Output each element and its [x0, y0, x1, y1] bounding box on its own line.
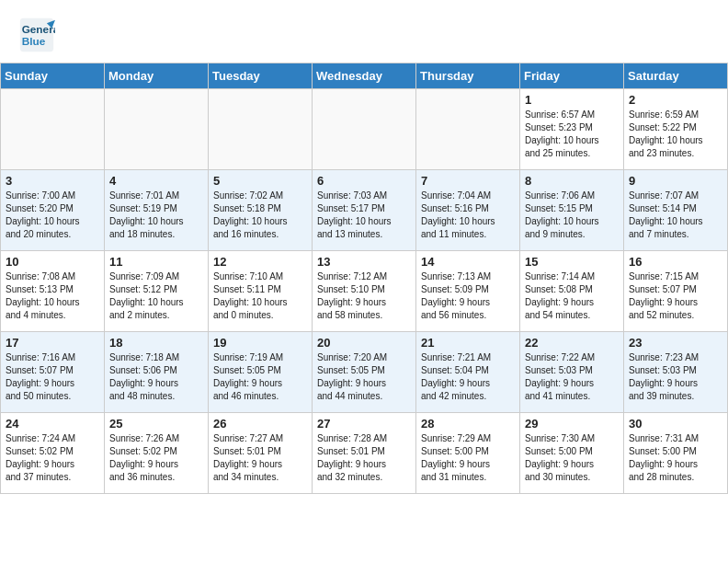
day-number: 11	[109, 255, 203, 269]
day-info: Sunrise: 7:12 AM Sunset: 5:10 PM Dayligh…	[317, 270, 411, 322]
day-number: 21	[421, 336, 515, 350]
week-row-0: 1Sunrise: 6:57 AM Sunset: 5:23 PM Daylig…	[1, 89, 728, 170]
day-info: Sunrise: 7:22 AM Sunset: 5:03 PM Dayligh…	[525, 351, 619, 403]
day-number: 10	[6, 255, 99, 269]
day-number: 9	[629, 174, 722, 188]
day-number: 14	[421, 255, 515, 269]
day-cell: 25Sunrise: 7:26 AM Sunset: 5:02 PM Dayli…	[105, 413, 209, 494]
calendar-body: 1Sunrise: 6:57 AM Sunset: 5:23 PM Daylig…	[1, 89, 728, 494]
day-info: Sunrise: 7:03 AM Sunset: 5:17 PM Dayligh…	[317, 190, 411, 241]
day-info: Sunrise: 6:57 AM Sunset: 5:23 PM Dayligh…	[525, 109, 619, 160]
day-number: 29	[525, 417, 619, 431]
day-number: 12	[213, 255, 307, 269]
day-number: 25	[109, 417, 203, 431]
day-number: 17	[6, 336, 99, 350]
weekday-header-sunday: Sunday	[1, 63, 105, 89]
weekday-header-monday: Monday	[105, 63, 209, 89]
logo-icon: General Blue	[18, 17, 55, 53]
day-number: 3	[6, 174, 99, 188]
day-number: 7	[421, 174, 515, 188]
day-number: 20	[317, 336, 411, 350]
day-info: Sunrise: 7:07 AM Sunset: 5:14 PM Dayligh…	[629, 190, 722, 241]
calendar-table: SundayMondayTuesdayWednesdayThursdayFrid…	[0, 63, 728, 494]
day-cell	[313, 89, 416, 170]
day-cell: 9Sunrise: 7:07 AM Sunset: 5:14 PM Daylig…	[624, 170, 728, 251]
day-cell: 12Sunrise: 7:10 AM Sunset: 5:11 PM Dayli…	[209, 251, 313, 332]
day-cell: 19Sunrise: 7:19 AM Sunset: 5:05 PM Dayli…	[209, 332, 313, 413]
day-info: Sunrise: 7:31 AM Sunset: 5:00 PM Dayligh…	[629, 432, 722, 484]
day-info: Sunrise: 7:02 AM Sunset: 5:18 PM Dayligh…	[213, 190, 307, 241]
day-number: 13	[317, 255, 411, 269]
day-cell	[209, 89, 313, 170]
day-number: 18	[109, 336, 203, 350]
day-cell: 6Sunrise: 7:03 AM Sunset: 5:17 PM Daylig…	[313, 170, 416, 251]
logo: General Blue	[18, 17, 59, 53]
week-row-4: 24Sunrise: 7:24 AM Sunset: 5:02 PM Dayli…	[1, 413, 728, 494]
day-number: 24	[6, 417, 99, 431]
day-number: 4	[109, 174, 203, 188]
day-info: Sunrise: 7:14 AM Sunset: 5:08 PM Dayligh…	[525, 270, 619, 322]
week-row-3: 17Sunrise: 7:16 AM Sunset: 5:07 PM Dayli…	[1, 332, 728, 413]
day-cell: 27Sunrise: 7:28 AM Sunset: 5:01 PM Dayli…	[313, 413, 416, 494]
day-cell	[105, 89, 209, 170]
day-number: 6	[317, 174, 411, 188]
day-info: Sunrise: 7:29 AM Sunset: 5:00 PM Dayligh…	[421, 432, 515, 484]
day-info: Sunrise: 7:20 AM Sunset: 5:05 PM Dayligh…	[317, 351, 411, 403]
day-number: 2	[629, 93, 722, 107]
day-cell	[1, 89, 105, 170]
day-info: Sunrise: 7:24 AM Sunset: 5:02 PM Dayligh…	[6, 432, 99, 484]
day-cell: 3Sunrise: 7:00 AM Sunset: 5:20 PM Daylig…	[1, 170, 105, 251]
day-number: 30	[629, 417, 722, 431]
day-cell	[416, 89, 520, 170]
day-cell: 22Sunrise: 7:22 AM Sunset: 5:03 PM Dayli…	[520, 332, 624, 413]
day-cell: 11Sunrise: 7:09 AM Sunset: 5:12 PM Dayli…	[105, 251, 209, 332]
day-cell: 15Sunrise: 7:14 AM Sunset: 5:08 PM Dayli…	[520, 251, 624, 332]
day-info: Sunrise: 7:00 AM Sunset: 5:20 PM Dayligh…	[6, 190, 99, 241]
day-number: 27	[317, 417, 411, 431]
weekday-header-thursday: Thursday	[416, 63, 520, 89]
day-cell: 18Sunrise: 7:18 AM Sunset: 5:06 PM Dayli…	[105, 332, 209, 413]
page-header: General Blue	[0, 0, 728, 63]
day-info: Sunrise: 7:10 AM Sunset: 5:11 PM Dayligh…	[213, 270, 307, 322]
day-cell: 23Sunrise: 7:23 AM Sunset: 5:03 PM Dayli…	[624, 332, 728, 413]
day-info: Sunrise: 7:21 AM Sunset: 5:04 PM Dayligh…	[421, 351, 515, 403]
weekday-header-tuesday: Tuesday	[209, 63, 313, 89]
day-cell: 29Sunrise: 7:30 AM Sunset: 5:00 PM Dayli…	[520, 413, 624, 494]
day-info: Sunrise: 7:13 AM Sunset: 5:09 PM Dayligh…	[421, 270, 515, 322]
day-cell: 5Sunrise: 7:02 AM Sunset: 5:18 PM Daylig…	[209, 170, 313, 251]
day-cell: 8Sunrise: 7:06 AM Sunset: 5:15 PM Daylig…	[520, 170, 624, 251]
day-number: 1	[525, 93, 619, 107]
day-cell: 24Sunrise: 7:24 AM Sunset: 5:02 PM Dayli…	[1, 413, 105, 494]
day-info: Sunrise: 7:23 AM Sunset: 5:03 PM Dayligh…	[629, 351, 722, 403]
day-info: Sunrise: 7:06 AM Sunset: 5:15 PM Dayligh…	[525, 190, 619, 241]
weekday-header-saturday: Saturday	[624, 63, 728, 89]
day-cell: 30Sunrise: 7:31 AM Sunset: 5:00 PM Dayli…	[624, 413, 728, 494]
day-info: Sunrise: 7:04 AM Sunset: 5:16 PM Dayligh…	[421, 190, 515, 241]
day-cell: 16Sunrise: 7:15 AM Sunset: 5:07 PM Dayli…	[624, 251, 728, 332]
day-cell: 1Sunrise: 6:57 AM Sunset: 5:23 PM Daylig…	[520, 89, 624, 170]
day-cell: 26Sunrise: 7:27 AM Sunset: 5:01 PM Dayli…	[209, 413, 313, 494]
day-cell: 10Sunrise: 7:08 AM Sunset: 5:13 PM Dayli…	[1, 251, 105, 332]
day-cell: 7Sunrise: 7:04 AM Sunset: 5:16 PM Daylig…	[416, 170, 520, 251]
day-cell: 28Sunrise: 7:29 AM Sunset: 5:00 PM Dayli…	[416, 413, 520, 494]
day-info: Sunrise: 6:59 AM Sunset: 5:22 PM Dayligh…	[629, 109, 722, 160]
day-cell: 2Sunrise: 6:59 AM Sunset: 5:22 PM Daylig…	[624, 89, 728, 170]
week-row-2: 10Sunrise: 7:08 AM Sunset: 5:13 PM Dayli…	[1, 251, 728, 332]
weekday-header-wednesday: Wednesday	[313, 63, 416, 89]
day-info: Sunrise: 7:15 AM Sunset: 5:07 PM Dayligh…	[629, 270, 722, 322]
day-info: Sunrise: 7:18 AM Sunset: 5:06 PM Dayligh…	[109, 351, 203, 403]
day-info: Sunrise: 7:09 AM Sunset: 5:12 PM Dayligh…	[109, 270, 203, 322]
svg-text:Blue: Blue	[22, 35, 46, 48]
day-number: 16	[629, 255, 722, 269]
day-cell: 14Sunrise: 7:13 AM Sunset: 5:09 PM Dayli…	[416, 251, 520, 332]
day-cell: 20Sunrise: 7:20 AM Sunset: 5:05 PM Dayli…	[313, 332, 416, 413]
day-info: Sunrise: 7:16 AM Sunset: 5:07 PM Dayligh…	[6, 351, 99, 403]
day-cell: 21Sunrise: 7:21 AM Sunset: 5:04 PM Dayli…	[416, 332, 520, 413]
day-info: Sunrise: 7:08 AM Sunset: 5:13 PM Dayligh…	[6, 270, 99, 322]
day-number: 23	[629, 336, 722, 350]
day-info: Sunrise: 7:27 AM Sunset: 5:01 PM Dayligh…	[213, 432, 307, 484]
day-number: 28	[421, 417, 515, 431]
day-info: Sunrise: 7:19 AM Sunset: 5:05 PM Dayligh…	[213, 351, 307, 403]
day-cell: 17Sunrise: 7:16 AM Sunset: 5:07 PM Dayli…	[1, 332, 105, 413]
day-info: Sunrise: 7:26 AM Sunset: 5:02 PM Dayligh…	[109, 432, 203, 484]
